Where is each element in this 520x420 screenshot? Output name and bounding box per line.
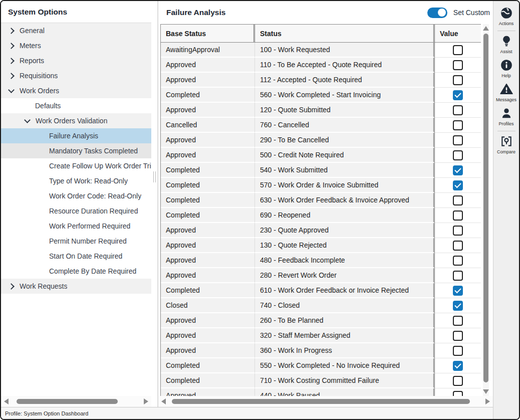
vertical-scrollbar-thumb[interactable] <box>483 34 488 382</box>
column-header-base-status[interactable]: Base Status <box>161 25 255 43</box>
value-checkbox[interactable] <box>453 45 463 55</box>
value-checkbox[interactable] <box>453 180 463 190</box>
value-checkbox[interactable] <box>453 391 463 396</box>
tree-item-resource-duration-required[interactable]: Resource Duration Required <box>1 203 151 219</box>
column-header-value[interactable]: Value <box>435 25 481 43</box>
table-hscroll-thumb[interactable] <box>172 399 470 404</box>
value-checkbox[interactable] <box>453 211 463 221</box>
status-cell: 110 - To Be Accepted - Quote Required <box>255 58 435 73</box>
scroll-up-icon[interactable] <box>483 26 489 31</box>
base-status-cell: Approved <box>161 223 255 238</box>
sidebar-horizontal-scrollbar[interactable] <box>1 396 151 407</box>
tree-item-mandatory-tasks-completed[interactable]: Mandatory Tasks Completed <box>1 143 151 158</box>
pane-splitter[interactable] <box>151 1 158 407</box>
value-checkbox[interactable] <box>453 376 463 386</box>
value-checkbox[interactable] <box>453 75 463 85</box>
rail-compare[interactable]: Compare <box>493 133 519 157</box>
value-checkbox[interactable] <box>453 256 463 266</box>
base-status-cell: Completed <box>161 208 255 223</box>
value-checkbox[interactable] <box>453 105 463 115</box>
table-horizontal-scrollbar[interactable] <box>158 396 493 407</box>
value-cell <box>435 43 481 58</box>
rail-assist[interactable]: Assist <box>493 33 519 57</box>
set-custom-toggle[interactable] <box>427 8 447 18</box>
value-checkbox[interactable] <box>453 195 463 205</box>
value-checkbox[interactable] <box>453 120 463 130</box>
icon-rail: Actions Assist Help Mess <box>493 1 519 419</box>
value-checkbox[interactable] <box>453 135 463 145</box>
scroll-left-icon[interactable] <box>161 398 166 404</box>
sidebar-hscroll-thumb[interactable] <box>17 399 117 404</box>
tree-item-complete-by-date-required[interactable]: Complete By Date Required <box>1 264 151 279</box>
tree-item-label: Defaults <box>35 102 61 110</box>
tree-item-label: Resource Duration Required <box>49 207 138 215</box>
base-status-cell: Completed <box>161 178 255 193</box>
scroll-right-icon[interactable] <box>485 398 490 404</box>
value-checkbox[interactable] <box>453 301 463 311</box>
tree-item-work-performed-required[interactable]: Work Performed Required <box>1 219 151 234</box>
base-status-cell: Completed <box>161 358 255 373</box>
value-checkbox[interactable] <box>453 346 463 356</box>
tree-item-reports[interactable]: Reports <box>1 53 151 68</box>
rail-actions[interactable]: Actions <box>493 5 519 29</box>
tree-item-start-on-date-required[interactable]: Start On Date Required <box>1 249 151 264</box>
value-cell <box>435 313 481 328</box>
status-cell: 540 - Work Submitted <box>255 163 435 178</box>
value-checkbox[interactable] <box>453 271 463 281</box>
tree-item-work-orders[interactable]: Work Orders <box>1 83 151 98</box>
tree-item-label: Create Follow Up Work Order Trigger <box>49 162 151 170</box>
tree-item-general[interactable]: General <box>1 23 151 38</box>
value-checkbox[interactable] <box>453 331 463 341</box>
base-status-cell: Approved <box>161 343 255 358</box>
tree-item-type-of-work-read-only[interactable]: Type of Work: Read-Only <box>1 173 151 188</box>
value-cell <box>435 73 481 88</box>
scroll-left-icon[interactable] <box>4 398 9 404</box>
rail-help[interactable]: Help <box>493 57 519 81</box>
value-checkbox[interactable] <box>453 150 463 160</box>
tree-item-meters[interactable]: Meters <box>1 38 151 53</box>
table-hscroll-track[interactable] <box>169 398 482 404</box>
value-checkbox[interactable] <box>453 361 463 371</box>
tree-item-failure-analysis[interactable]: Failure Analysis <box>1 128 151 143</box>
tree-item-create-follow-up-work-order-trigger[interactable]: Create Follow Up Work Order Trigger <box>1 158 151 173</box>
value-checkbox[interactable] <box>453 241 463 251</box>
base-status-cell: Cancelled <box>161 118 255 133</box>
value-checkbox[interactable] <box>453 165 463 175</box>
chevron-icon <box>8 283 15 290</box>
value-checkbox[interactable] <box>453 286 463 296</box>
tree-item-requisitions[interactable]: Requisitions <box>1 68 151 83</box>
tree-item-work-requests[interactable]: Work Requests <box>1 279 151 294</box>
value-cell <box>435 208 481 223</box>
value-cell <box>435 133 481 148</box>
base-status-cell: Completed <box>161 373 255 388</box>
status-cell: 630 - Work Order Feedback & Invoice Appr… <box>255 193 435 208</box>
status-cell: 560 - Work Completed - Start Invoicing <box>255 88 435 103</box>
rail-label: Actions <box>499 21 514 26</box>
value-checkbox[interactable] <box>453 90 463 100</box>
tree-item-work-order-code-read-only[interactable]: Work Order Code: Read-Only <box>1 188 151 203</box>
set-custom-label: Set Custom <box>453 9 490 17</box>
value-checkbox[interactable] <box>453 226 463 236</box>
scroll-down-icon[interactable] <box>483 389 489 394</box>
value-cell <box>435 388 481 396</box>
scroll-right-icon[interactable] <box>144 398 148 404</box>
value-cell <box>435 223 481 238</box>
base-status-cell: Approved <box>161 328 255 343</box>
tree-item-defaults[interactable]: Defaults <box>1 98 151 113</box>
rail-profiles[interactable]: Profiles <box>493 105 519 129</box>
info-icon <box>500 59 513 72</box>
vertical-scrollbar[interactable] <box>483 24 489 396</box>
status-cell: 710 - Work Costing Committed Failure <box>255 373 435 388</box>
tree-item-work-orders-validation[interactable]: Work Orders Validation <box>1 113 151 128</box>
sidebar-hscroll-track[interactable] <box>12 398 141 404</box>
set-custom-toggle-group: Set Custom <box>427 8 490 18</box>
status-cell: 500 - Credit Note Required <box>255 148 435 163</box>
status-cell: 760 - Cancelled <box>255 118 435 133</box>
value-checkbox[interactable] <box>453 60 463 70</box>
rail-messages[interactable]: Messages <box>493 81 519 105</box>
column-header-status[interactable]: Status <box>255 25 435 43</box>
tree-item-permit-number-required[interactable]: Permit Number Required <box>1 234 151 249</box>
value-checkbox[interactable] <box>453 316 463 326</box>
value-cell <box>435 328 481 343</box>
status-cell: 130 - Quote Rejected <box>255 238 435 253</box>
